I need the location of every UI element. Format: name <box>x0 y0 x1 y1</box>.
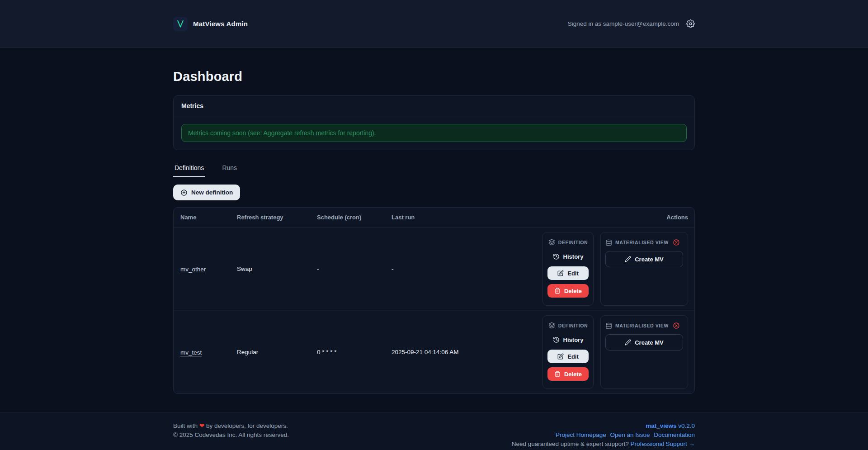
table-header-row: Name Refresh strategy Schedule (cron) La… <box>174 208 694 227</box>
footer: Built with ❤ by developers, for develope… <box>0 412 868 450</box>
plus-circle-icon <box>180 189 188 196</box>
refresh-strategy-value: Swap <box>237 265 317 272</box>
settings-gear-icon[interactable] <box>686 19 695 28</box>
column-header-actions: Actions <box>666 214 688 221</box>
footer-version-line: mat_views v0.2.0 <box>512 422 695 431</box>
last-run-value: 2025-09-21 04:14:06 AM <box>392 349 542 355</box>
definition-actions-card: DEFINITION History <box>542 232 594 306</box>
new-definition-button[interactable]: New definition <box>173 185 240 200</box>
history-button[interactable]: History <box>547 334 589 346</box>
history-button[interactable]: History <box>547 251 589 262</box>
documentation-link[interactable]: Documentation <box>654 431 695 438</box>
trash-icon <box>554 371 561 377</box>
create-mv-button[interactable]: Create MV <box>605 251 683 267</box>
brand: MatViews Admin <box>173 17 248 31</box>
definition-name-link[interactable]: mv_test <box>180 349 202 356</box>
footer-built-with: Built with ❤ by developers, for develope… <box>173 422 289 431</box>
top-bar: MatViews Admin Signed in as sample-user@… <box>0 0 868 48</box>
table-row: mv_other Swap - - DEFINITION <box>174 227 694 310</box>
tab-definitions[interactable]: Definitions <box>173 162 205 177</box>
edit-icon <box>557 353 564 360</box>
metrics-coming-soon-alert: Metrics coming soon (see: Aggregate refr… <box>181 124 687 142</box>
edit-icon <box>557 270 564 276</box>
professional-support-link[interactable]: Professional Support → <box>630 441 695 447</box>
app-logo-icon <box>173 17 188 31</box>
schedule-value: 0 * * * * <box>317 349 392 355</box>
definition-actions-card: DEFINITION History <box>542 315 594 389</box>
trash-icon <box>554 288 561 294</box>
footer-copyright: © 2025 Codevedas Inc. All rights reserve… <box>173 431 289 440</box>
layers-icon <box>548 239 555 246</box>
database-icon <box>605 239 612 246</box>
materialised-view-card: MATERIALISED VIEW <box>600 232 688 306</box>
tab-list: Definitions Runs <box>173 162 695 177</box>
project-homepage-link[interactable]: Project Homepage <box>556 431 606 438</box>
column-header-strategy: Refresh strategy <box>237 214 317 221</box>
definition-name-link[interactable]: mv_other <box>180 266 206 273</box>
metrics-card-title: Metrics <box>174 96 694 116</box>
column-header-schedule: Schedule (cron) <box>317 214 392 221</box>
table-row: mv_test Regular 0 * * * * 2025-09-21 04:… <box>174 310 694 393</box>
column-header-lastrun: Last run <box>392 214 666 221</box>
definitions-table: Name Refresh strategy Schedule (cron) La… <box>173 207 695 394</box>
materialised-view-card: MATERIALISED VIEW <box>600 315 688 389</box>
open-an-issue-link[interactable]: Open an Issue <box>610 431 650 438</box>
signed-in-text: Signed in as sample-user@example.com <box>568 20 679 27</box>
tab-runs[interactable]: Runs <box>221 162 238 177</box>
history-icon <box>553 253 560 260</box>
mv-missing-circle-x-icon <box>673 322 680 329</box>
version-link[interactable]: v0.2.0 <box>678 422 695 429</box>
create-mv-button[interactable]: Create MV <box>605 334 683 351</box>
footer-links-line: Project Homepage Open an Issue Documenta… <box>512 431 695 440</box>
database-icon <box>605 322 612 329</box>
app-title: MatViews Admin <box>193 20 248 28</box>
delete-button[interactable]: Delete <box>547 284 589 298</box>
schedule-value: - <box>317 265 392 272</box>
mat-views-link[interactable]: mat_views <box>646 422 676 429</box>
last-run-value: - <box>392 265 542 272</box>
pencil-icon <box>625 256 631 262</box>
page-title: Dashboard <box>173 69 695 84</box>
edit-button[interactable]: Edit <box>547 350 589 363</box>
layers-icon <box>548 322 555 329</box>
metrics-card: Metrics Metrics coming soon (see: Aggreg… <box>173 95 695 150</box>
mv-missing-circle-x-icon <box>673 239 680 246</box>
refresh-strategy-value: Regular <box>237 349 317 355</box>
edit-button[interactable]: Edit <box>547 266 589 280</box>
pencil-icon <box>625 339 631 346</box>
heart-icon: ❤ <box>199 422 204 429</box>
column-header-name: Name <box>180 214 237 221</box>
delete-button[interactable]: Delete <box>547 367 589 381</box>
history-icon <box>553 336 560 343</box>
footer-support-line: Need guaranteed uptime & expert support?… <box>512 440 695 449</box>
